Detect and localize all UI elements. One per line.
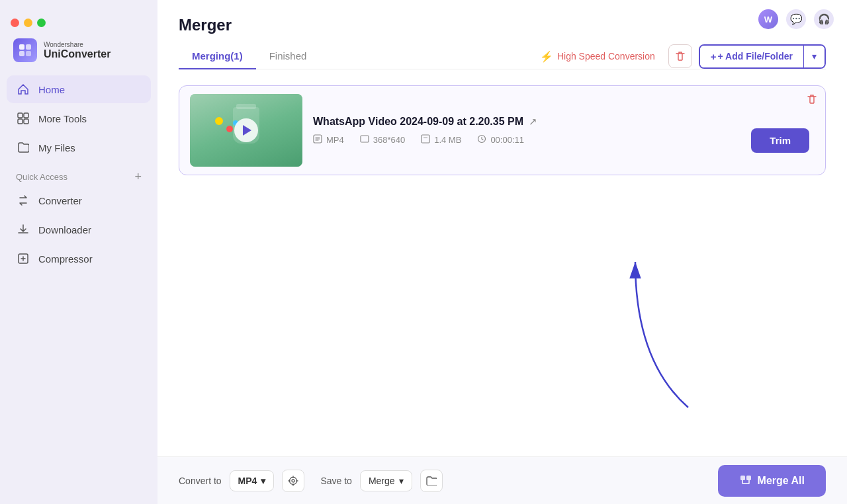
format-value: MP4 [238, 476, 257, 486]
convert-to-label: Convert to [179, 476, 222, 486]
svg-rect-2 [19, 51, 24, 56]
format-icon [313, 134, 322, 146]
add-file-dropdown-button[interactable]: ▾ [803, 46, 825, 67]
save-chevron-icon: ▾ [399, 476, 404, 486]
svg-point-15 [292, 480, 294, 482]
quick-access-nav: Converter Downloader Compressor [0, 187, 157, 273]
svg-rect-7 [24, 119, 28, 124]
chevron-down-icon: ▾ [812, 51, 817, 62]
svg-rect-17 [746, 476, 751, 480]
chat-icon[interactable]: 💬 [786, 9, 806, 29]
bottom-left-controls: Convert to MP4 ▾ Save to Merge ▾ [179, 470, 443, 492]
tabs: Merging(1) Finished [179, 44, 320, 69]
duration-icon [477, 134, 486, 146]
lightning-icon: ⚡ [540, 50, 553, 63]
size-icon [421, 134, 430, 146]
sidebar-nav: Home More Tools My Files [0, 75, 157, 161]
traffic-light-yellow[interactable] [24, 19, 32, 27]
sidebar-item-downloader[interactable]: Downloader [7, 216, 151, 243]
meta-resolution: 368*640 [360, 134, 405, 146]
converter-icon [16, 193, 30, 208]
top-right-icons: W 💬 🎧 [758, 9, 834, 29]
app-logo-icon [13, 38, 37, 62]
tabs-and-actions: Merging(1) Finished ⚡ High Speed Convers… [179, 44, 826, 69]
more-tools-label: More Tools [38, 113, 87, 124]
svg-rect-0 [19, 44, 24, 50]
quick-access-label: Quick Access [16, 172, 67, 182]
page-title: Merger [179, 16, 826, 34]
svg-rect-4 [18, 113, 22, 118]
file-name-row: WhatsApp Video 2024-09-09 at 2.20.35 PM … [313, 116, 740, 128]
header-actions: ⚡ High Speed Conversion + + Add File/Fol… [533, 44, 826, 69]
home-icon [16, 82, 30, 97]
play-button[interactable] [234, 118, 258, 142]
file-card: WhatsApp Video 2024-09-09 at 2.20.35 PM … [179, 85, 826, 175]
downloader-icon [16, 222, 30, 237]
trim-button[interactable]: Trim [751, 128, 809, 153]
sidebar-item-my-files[interactable]: My Files [7, 134, 151, 161]
content-area: WhatsApp Video 2024-09-09 at 2.20.35 PM … [157, 69, 847, 456]
card-delete-button[interactable] [807, 94, 817, 108]
my-files-icon [16, 140, 30, 155]
traffic-light-red[interactable] [11, 19, 19, 27]
add-file-folder-button-wrap: + + Add File/Folder ▾ [699, 44, 826, 69]
svg-rect-3 [26, 51, 31, 56]
format-chevron-icon: ▾ [261, 476, 265, 486]
downloader-label: Downloader [38, 224, 91, 235]
merge-all-button[interactable]: Merge All [718, 465, 826, 497]
external-link-icon[interactable]: ↗ [529, 116, 537, 128]
main-content: W 💬 🎧 Merger Merging(1) Finished ⚡ High … [157, 0, 847, 504]
save-value: Merge [369, 476, 395, 486]
home-label: Home [38, 84, 65, 95]
meta-size: 1.4 MB [421, 134, 461, 146]
file-info: WhatsApp Video 2024-09-09 at 2.20.35 PM … [313, 116, 740, 146]
more-tools-icon [16, 111, 30, 126]
resolution-icon [360, 134, 369, 146]
add-file-folder-button[interactable]: + + Add File/Folder [700, 46, 803, 67]
quick-access-section: Quick Access + [0, 161, 157, 187]
svg-rect-5 [24, 113, 28, 118]
sidebar-item-more-tools[interactable]: More Tools [7, 105, 151, 132]
app-name: UniConverter [44, 48, 111, 60]
play-triangle-icon [243, 125, 251, 136]
tab-merging[interactable]: Merging(1) [179, 44, 256, 69]
svg-rect-6 [18, 119, 22, 124]
main-header: Merger Merging(1) Finished ⚡ High Speed … [157, 0, 847, 69]
delete-all-button[interactable] [668, 44, 692, 68]
file-thumbnail[interactable] [190, 94, 302, 167]
file-name: WhatsApp Video 2024-09-09 at 2.20.35 PM [313, 116, 523, 128]
arrow-annotation [582, 229, 715, 417]
sidebar-item-compressor[interactable]: Compressor [7, 245, 151, 273]
save-to-label: Save to [320, 476, 351, 486]
svg-rect-10 [361, 136, 369, 142]
sidebar-item-home[interactable]: Home [7, 75, 151, 103]
traffic-light-green[interactable] [37, 19, 46, 27]
my-files-label: My Files [38, 142, 75, 153]
format-select[interactable]: MP4 ▾ [230, 470, 275, 491]
format-settings-button[interactable] [282, 470, 304, 492]
tab-finished[interactable]: Finished [256, 44, 320, 69]
plus-icon: + [711, 51, 717, 62]
svg-rect-1 [26, 44, 31, 50]
meta-format: MP4 [313, 134, 344, 146]
quick-access-add-button[interactable]: + [134, 171, 142, 183]
sidebar: Wondershare UniConverter Home [0, 0, 157, 504]
merge-all-label: Merge All [758, 475, 805, 487]
converter-label: Converter [38, 195, 82, 206]
bottom-bar: Convert to MP4 ▾ Save to Merge ▾ [157, 456, 847, 504]
headphones-icon[interactable]: 🎧 [814, 9, 834, 29]
sidebar-item-converter[interactable]: Converter [7, 187, 151, 214]
folder-browse-button[interactable] [420, 470, 443, 492]
card-actions: Trim [751, 115, 815, 153]
compressor-label: Compressor [38, 253, 93, 265]
meta-duration: 00:00:11 [477, 134, 524, 146]
svg-rect-11 [422, 135, 429, 143]
file-meta: MP4 368*640 1.4 MB [313, 134, 740, 146]
save-select[interactable]: Merge ▾ [360, 470, 412, 491]
user-avatar[interactable]: W [758, 9, 778, 29]
app-brand: Wondershare [44, 41, 111, 48]
svg-rect-16 [740, 476, 745, 480]
svg-point-14 [290, 477, 297, 484]
high-speed-conversion-button[interactable]: ⚡ High Speed Conversion [533, 46, 662, 67]
logo-area: Wondershare UniConverter [0, 11, 157, 75]
